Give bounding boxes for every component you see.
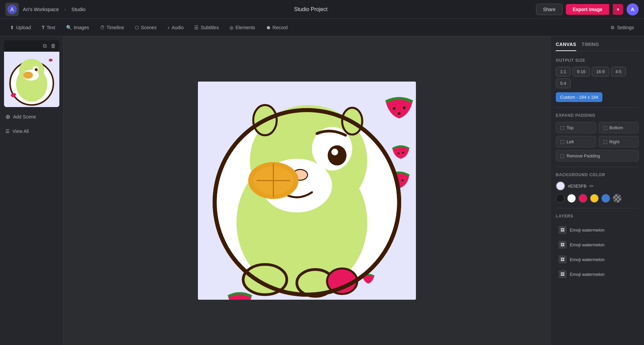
padding-right-icon: ⬚ bbox=[603, 139, 607, 144]
swatch-transparent[interactable] bbox=[613, 194, 622, 203]
elements-label: Elements bbox=[235, 25, 255, 30]
layer-item[interactable]: 🖼 Emoji watermelon bbox=[556, 267, 639, 282]
layer-item[interactable]: 🖼 Emoji watermelon bbox=[556, 237, 639, 252]
studio-link[interactable]: Studio bbox=[71, 6, 86, 12]
left-panel: ⧉ 🗑 bbox=[0, 36, 64, 345]
color-preview[interactable] bbox=[556, 181, 565, 191]
padding-left-button[interactable]: ⬚ Left bbox=[556, 136, 596, 147]
audio-label: Audio bbox=[172, 25, 184, 30]
background-color-section: BACKGROUND COLOR #E5E5FB ✏ bbox=[556, 172, 639, 203]
toolbar: ⬆ Upload T Text 🔍 Images ⏱ Timeline ⬡ Sc… bbox=[0, 19, 644, 36]
toolbar-audio[interactable]: ♪ Audio bbox=[163, 22, 189, 33]
record-label: Record bbox=[273, 25, 288, 30]
toolbar-record[interactable]: ⏺ Record bbox=[261, 22, 292, 33]
swatch-black[interactable] bbox=[556, 194, 565, 203]
size-options: 1:1 9:16 16:9 4:5 5:4 bbox=[556, 67, 639, 88]
eyedropper-button[interactable]: ✏ bbox=[589, 183, 594, 189]
settings-icon: ⚙ bbox=[610, 25, 615, 30]
nav-actions: Share Export Image ▾ A bbox=[536, 3, 639, 15]
toolbar-upload[interactable]: ⬆ Upload bbox=[5, 22, 36, 33]
text-label: Text bbox=[47, 25, 55, 30]
scene-preview bbox=[4, 52, 59, 107]
svg-text:A: A bbox=[10, 7, 14, 12]
padding-top-icon: ⬚ bbox=[560, 125, 565, 130]
view-all-label: View All bbox=[12, 129, 29, 134]
layer-name: Emoji watermelon bbox=[570, 228, 604, 233]
workspace-link[interactable]: Ari's Workspace bbox=[23, 6, 59, 12]
swatch-white[interactable] bbox=[567, 194, 576, 203]
bg-color-input-row: #E5E5FB ✏ bbox=[556, 181, 639, 191]
svg-point-16 bbox=[402, 152, 404, 154]
tab-canvas[interactable]: CANVAS bbox=[556, 42, 576, 51]
padding-right-label: Right bbox=[609, 139, 620, 144]
color-hex-value: #E5E5FB bbox=[568, 184, 587, 189]
swatch-blue[interactable] bbox=[601, 194, 610, 203]
size-16-9[interactable]: 16:9 bbox=[592, 67, 609, 77]
top-nav: A Ari's Workspace › Studio Studio Projec… bbox=[0, 0, 644, 19]
remove-padding-icon: ⬚ bbox=[560, 153, 565, 158]
text-icon: T bbox=[42, 25, 45, 30]
remove-padding-button[interactable]: ⬚ Remove Padding bbox=[556, 150, 639, 161]
toolbar-timeline[interactable]: ⏱ Timeline bbox=[95, 22, 129, 33]
scenes-label: Scenes bbox=[141, 25, 157, 30]
panel-tabs: CANVAS TIMING bbox=[556, 42, 639, 51]
scene-thumb-actions: ⧉ 🗑 bbox=[4, 40, 59, 52]
padding-bottom-button[interactable]: ⬚ Bottom bbox=[599, 122, 639, 133]
nav-separator: › bbox=[64, 6, 66, 12]
delete-scene-button[interactable]: 🗑 bbox=[50, 42, 57, 50]
toolbar-subtitles[interactable]: ☰ Subtitles bbox=[190, 22, 223, 33]
padding-left-label: Left bbox=[567, 139, 574, 144]
toolbar-scenes[interactable]: ⬡ Scenes bbox=[130, 22, 161, 33]
svg-point-15 bbox=[397, 152, 399, 154]
images-label: Images bbox=[74, 25, 89, 30]
scene-thumbnail[interactable]: ⧉ 🗑 bbox=[4, 40, 59, 107]
toolbar-images[interactable]: 🔍 Images bbox=[61, 22, 94, 33]
toolbar-text[interactable]: T Text bbox=[37, 22, 60, 33]
padding-grid: ⬚ Top ⬚ Bottom ⬚ Left ⬚ Right bbox=[556, 122, 639, 147]
canvas-area[interactable] bbox=[64, 36, 550, 345]
audio-icon: ♪ bbox=[167, 25, 170, 30]
add-scene-button[interactable]: ⊕ Add Scene bbox=[4, 111, 59, 122]
divider-2 bbox=[556, 167, 639, 167]
layer-item[interactable]: 🖼 Emoji watermelon bbox=[556, 252, 639, 267]
toolbar-elements[interactable]: ◎ Elements bbox=[225, 22, 260, 33]
settings-label: Settings bbox=[617, 25, 634, 30]
custom-size-button[interactable]: Custom - 184 x 184 bbox=[556, 92, 602, 102]
subtitles-label: Subtitles bbox=[201, 25, 219, 30]
scenes-icon: ⬡ bbox=[135, 25, 139, 30]
layer-item[interactable]: 🖼 Emoji watermelon bbox=[556, 223, 639, 237]
subtitles-icon: ☰ bbox=[194, 25, 199, 30]
upload-icon: ⬆ bbox=[10, 25, 14, 30]
images-icon: 🔍 bbox=[66, 25, 72, 30]
expand-padding-label: EXPAND PADDING bbox=[556, 113, 639, 118]
swatch-yellow[interactable] bbox=[590, 194, 599, 203]
timeline-label: Timeline bbox=[107, 25, 124, 30]
view-all-icon: ☰ bbox=[5, 129, 10, 134]
layers-label: LAYERS bbox=[556, 214, 639, 218]
copy-scene-button[interactable]: ⧉ bbox=[42, 42, 47, 50]
record-icon: ⏺ bbox=[266, 25, 271, 30]
export-dropdown-button[interactable]: ▾ bbox=[613, 4, 623, 15]
main-area: ⧉ 🗑 bbox=[0, 36, 644, 345]
size-1-1[interactable]: 1:1 bbox=[556, 67, 571, 77]
remove-padding-label: Remove Padding bbox=[567, 153, 600, 158]
svg-point-14 bbox=[398, 112, 400, 115]
layers-section: LAYERS 🖼 Emoji watermelon 🖼 Emoji waterm… bbox=[556, 214, 639, 282]
share-button[interactable]: Share bbox=[536, 4, 562, 15]
size-9-16[interactable]: 9:16 bbox=[573, 67, 590, 77]
canvas-frame bbox=[198, 82, 416, 300]
padding-bottom-icon: ⬚ bbox=[603, 125, 607, 130]
padding-top-button[interactable]: ⬚ Top bbox=[556, 122, 596, 133]
size-4-5[interactable]: 4:5 bbox=[611, 67, 626, 77]
layer-icon: 🖼 bbox=[558, 226, 567, 234]
export-button[interactable]: Export Image bbox=[566, 4, 609, 15]
swatch-red[interactable] bbox=[579, 194, 587, 203]
workspace-logo[interactable]: A bbox=[5, 3, 19, 16]
view-all-button[interactable]: ☰ View All bbox=[4, 127, 59, 136]
size-5-4[interactable]: 5:4 bbox=[556, 79, 571, 88]
user-avatar-button[interactable]: A bbox=[627, 3, 639, 15]
tab-timing[interactable]: TIMING bbox=[582, 42, 599, 51]
padding-right-button[interactable]: ⬚ Right bbox=[599, 136, 639, 147]
svg-point-18 bbox=[401, 179, 404, 181]
toolbar-settings[interactable]: ⚙ Settings bbox=[606, 22, 639, 33]
